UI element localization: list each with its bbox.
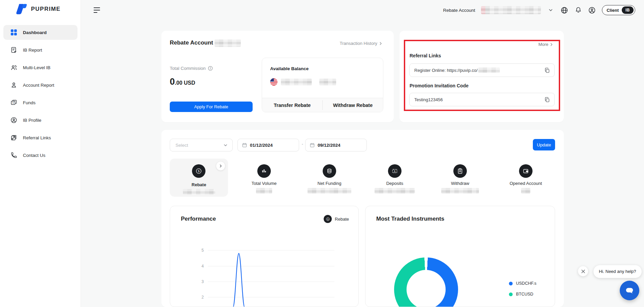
chat-bubble-icon	[624, 285, 635, 296]
instruments-donut-chart	[394, 257, 458, 307]
sidebar-item-referral-links[interactable]: Referral Links	[3, 130, 77, 145]
stat-tile-withdraw[interactable]: Withdraw	[433, 159, 487, 197]
stat-tile-opened-account[interactable]: Opened Account	[499, 159, 553, 197]
stat-label: Deposits	[386, 181, 404, 186]
wallet-icon	[519, 164, 533, 178]
register-link-text: Register Online: https://puvip.co/	[414, 68, 478, 73]
account-id-redacted	[215, 39, 241, 47]
available-balance-box: Available Balance Transfer Rebate Withdr…	[262, 58, 383, 112]
filter-select[interactable]: Select	[170, 139, 233, 151]
balance-amount-redacted	[281, 79, 312, 85]
stat-tile-total-volume[interactable]: Total Volume	[237, 159, 291, 197]
stat-value-redacted	[441, 188, 479, 194]
bell-icon[interactable]	[574, 6, 582, 14]
report-icon	[10, 46, 18, 54]
phone-icon	[10, 151, 18, 159]
chat-dismiss-button[interactable]	[578, 266, 588, 276]
stat-tile-deposits[interactable]: $ Deposits	[368, 159, 422, 197]
balance-actions: Transfer Rebate Withdraw Rebate	[262, 98, 383, 112]
most-traded-card: Most Traded Instruments USDCHF.s BTCUSD	[365, 206, 555, 307]
sidebar-item-dashboard[interactable]: Dashboard	[3, 25, 77, 40]
funds-icon: $	[10, 99, 18, 106]
stat-value-redacted	[521, 188, 530, 194]
menu-toggle-icon[interactable]	[94, 7, 102, 13]
y-tick: 4	[201, 264, 204, 269]
ib-badge: IB	[622, 6, 634, 14]
link-suffix-redacted	[478, 67, 500, 73]
info-icon[interactable]	[208, 66, 213, 71]
chevron-down-icon	[223, 143, 228, 147]
chat-greeting-tooltip: Hi. Need any help?	[593, 265, 642, 278]
copy-icon[interactable]	[544, 67, 550, 74]
user-icon[interactable]	[588, 6, 596, 14]
sidebar-item-multi-level-ib[interactable]: Multi-Level IB	[3, 60, 77, 75]
transaction-history-link[interactable]: Transaction History	[340, 41, 383, 46]
promotion-code-field[interactable]: Testing123456	[409, 93, 555, 106]
globe-icon[interactable]	[560, 6, 569, 14]
chat-launcher-button[interactable]	[620, 281, 639, 300]
more-link[interactable]: More	[538, 42, 553, 47]
promotion-code-label: Promotion Invitation Code	[410, 83, 469, 88]
legend-item: USDCHF.s	[509, 281, 536, 286]
rebate-account-label: Rebate Account	[443, 8, 475, 13]
apply-for-rebate-button[interactable]: Apply For Rebate	[170, 102, 253, 112]
balance-currency-redacted	[319, 79, 336, 85]
svg-text:$: $	[198, 169, 200, 173]
rebate-card-title: Rebate Account	[170, 39, 213, 46]
date-from-input[interactable]: 01/12/2024	[237, 139, 299, 151]
legend-item: BTCUSD	[509, 292, 536, 297]
brand-name: PUPRIME	[31, 6, 61, 12]
chevron-right-icon	[379, 42, 382, 45]
svg-text:$: $	[12, 102, 14, 104]
sidebar: PUPRIME Dashboard IB Report Multi-Level …	[0, 0, 81, 307]
stat-tile-rebate[interactable]: $ Rebate	[170, 159, 228, 197]
sidebar-item-contact-us[interactable]: Contact Us	[3, 148, 77, 163]
stat-tile-net-funding[interactable]: Net Funding	[302, 159, 356, 197]
performance-card: Performance $ Rebate 5 4 3 2	[170, 206, 359, 307]
bar-chart-icon	[257, 164, 271, 178]
sidebar-item-account-report[interactable]: Account Report	[3, 78, 77, 92]
instruments-legend: USDCHF.s BTCUSD	[509, 281, 536, 297]
y-tick: 2	[201, 295, 204, 300]
withdraw-rebate-button[interactable]: Withdraw Rebate	[323, 98, 383, 112]
stat-value-redacted	[375, 188, 415, 194]
copy-icon[interactable]	[544, 96, 550, 103]
sidebar-nav: Dashboard IB Report Multi-Level IB Accou…	[0, 22, 81, 165]
stat-label: Net Funding	[318, 181, 342, 186]
referral-links-label: Referral Links	[410, 53, 441, 58]
transaction-history-label: Transaction History	[340, 41, 378, 46]
more-label: More	[538, 42, 548, 47]
legend-label: USDCHF.s	[516, 281, 536, 286]
chevron-down-icon[interactable]	[547, 6, 555, 14]
sidebar-item-label: Contact Us	[23, 153, 45, 158]
chevron-right-icon[interactable]	[216, 162, 225, 170]
performance-line-chart: 5 4 3 2	[170, 206, 359, 307]
date-to-input[interactable]: 09/12/2024	[305, 139, 367, 151]
most-traded-title: Most Traded Instruments	[376, 216, 444, 222]
register-link-field[interactable]: Register Online: https://puvip.co/	[409, 63, 555, 77]
date-separator: -	[301, 141, 304, 146]
total-commission-row: Total Commission	[170, 66, 213, 71]
calendar-icon	[242, 142, 247, 148]
topbar-right: Rebate Account Client IB	[443, 4, 635, 16]
client-ib-toggle[interactable]: Client IB	[602, 5, 635, 15]
brand-logo[interactable]: PUPRIME	[15, 3, 61, 16]
y-tick: 3	[201, 279, 204, 284]
sidebar-item-label: IB Profile	[23, 118, 41, 123]
available-balance-label: Available Balance	[270, 66, 309, 71]
stat-value-redacted	[256, 188, 272, 194]
banknote-icon: $	[388, 164, 401, 178]
update-button[interactable]: Update	[533, 139, 555, 150]
coins-icon	[323, 164, 336, 178]
transfer-rebate-button[interactable]: Transfer Rebate	[262, 98, 322, 112]
select-placeholder: Select	[175, 143, 188, 148]
sidebar-item-funds[interactable]: $ Funds	[3, 95, 77, 110]
sidebar-item-label: Funds	[23, 100, 36, 105]
sidebar-item-ib-profile[interactable]: IB Profile	[3, 113, 77, 128]
total-commission-label: Total Commission	[170, 66, 206, 71]
referral-links-card: More Referral Links Register Online: htt…	[399, 31, 564, 122]
sidebar-item-ib-report[interactable]: IB Report	[3, 43, 77, 57]
stat-label: Rebate	[170, 182, 228, 187]
chevron-right-icon	[550, 43, 553, 46]
us-flag-icon	[270, 78, 278, 86]
